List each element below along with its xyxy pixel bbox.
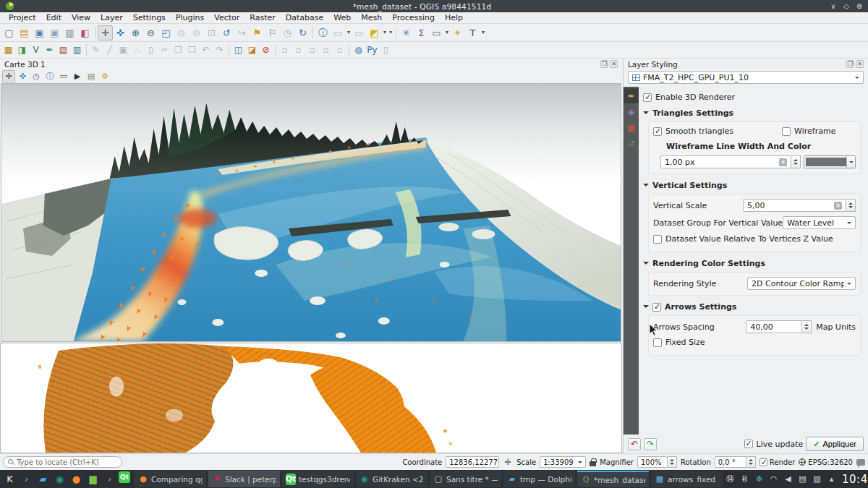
map-tips-icon[interactable]: ✦	[450, 25, 465, 40]
vertex-tool-icon[interactable]: ∴	[130, 43, 144, 57]
options-3d-icon[interactable]: ⚙	[98, 70, 111, 82]
task-qgis[interactable]: Q*mesh_datase...	[577, 471, 649, 487]
wireframe-width-input[interactable]: 1,00 px	[660, 155, 791, 168]
menu-plugins[interactable]: Plugins	[171, 12, 209, 24]
clock[interactable]: 10:45	[842, 473, 868, 486]
layer-labeling-icon[interactable]: ◫	[231, 43, 245, 57]
3d-map-canvas[interactable]	[1, 83, 621, 342]
save-edits-icon[interactable]: ▣	[116, 43, 130, 57]
scale-select[interactable]: 1:33909	[540, 456, 586, 468]
system-monitor-icon[interactable]: ▆	[85, 471, 101, 487]
menu-mesh[interactable]: Mesh	[356, 12, 387, 24]
style-undo-icon[interactable]: ↶	[628, 438, 641, 450]
coordinate-input[interactable]: 12836,12277	[446, 456, 499, 468]
clear-icon[interactable]	[779, 158, 787, 166]
redo-edit-icon[interactable]: ↷	[213, 43, 226, 57]
menu-vector[interactable]: Vector	[209, 12, 244, 24]
symbology-tab-icon[interactable]: ✒	[624, 88, 639, 103]
history-tab-icon[interactable]: ↺	[624, 136, 639, 151]
wireframe-color-button[interactable]	[804, 155, 856, 168]
save-project-icon[interactable]: ▣	[32, 25, 47, 40]
move-label-icon[interactable]: ▫	[305, 43, 319, 57]
show-bookmarks-icon[interactable]: ⚐	[265, 25, 280, 40]
messages-icon[interactable]	[856, 459, 865, 466]
wireframe-width-spinner[interactable]	[791, 155, 801, 168]
measure-line-icon[interactable]: ▭	[429, 25, 444, 40]
vertical-scale-spinner[interactable]	[846, 199, 856, 212]
measure-caret-icon[interactable]: ▾	[444, 25, 450, 40]
new-spatial-bookmark-icon[interactable]: ⚑	[250, 25, 265, 40]
menu-database[interactable]: Database	[281, 12, 329, 24]
delete-selected-icon[interactable]: ▯	[144, 43, 158, 57]
tray-bluetooth-icon[interactable]: Ƀ	[739, 473, 751, 486]
lock-scale-icon[interactable]	[590, 461, 596, 466]
pan-map-icon[interactable]: ✛	[98, 25, 113, 40]
add-vector-layer-icon[interactable]: ◨	[15, 43, 29, 57]
select-features-icon[interactable]: ▭	[331, 25, 346, 40]
launcher-chevron-1-icon[interactable]: ›	[19, 471, 34, 487]
zoom-last-icon[interactable]: ↺	[219, 25, 234, 40]
minimize-icon[interactable]: ∨	[827, 1, 839, 12]
metasearch-icon[interactable]: ◍	[352, 43, 365, 57]
new-print-layout-icon[interactable]: ▥	[62, 25, 77, 40]
style-manager-icon[interactable]: ◧	[77, 25, 93, 40]
tray-vault-icon[interactable]: ▧	[811, 473, 823, 486]
task-kate[interactable]: ▢Sans titre * — ...	[430, 471, 501, 487]
clear-icon[interactable]	[834, 202, 842, 210]
task-media[interactable]: ▦arrows_fixed_s...	[651, 471, 723, 487]
close-styling-panel-icon[interactable]: ✕	[856, 60, 864, 68]
zoom-to-layer-icon[interactable]: ⊙	[189, 25, 204, 40]
locate-bar[interactable]	[3, 456, 122, 468]
zoom-next-icon[interactable]: ↪	[234, 25, 250, 40]
task-qtcreator[interactable]: Qttestqgs3drend...	[282, 471, 354, 487]
wireframe-checkbox[interactable]	[782, 127, 791, 136]
new-virtual-layer-icon[interactable]: ▥	[70, 43, 84, 57]
select-all-caret-icon[interactable]: ▾	[388, 25, 393, 40]
rotation-spinner[interactable]	[746, 456, 756, 468]
python-console-icon[interactable]: Py	[365, 43, 379, 57]
highlight-labels-icon[interactable]: ▫	[292, 43, 305, 57]
crs-status[interactable]: EPSG:32620	[799, 458, 853, 466]
help-contents-icon[interactable]: ▯	[379, 43, 393, 57]
datasource-manager-icon[interactable]: ▦	[1, 43, 15, 57]
layer-select[interactable]: FMA_T2_HPC_GPU_PU1_10	[628, 71, 864, 84]
add-feature-icon[interactable]: ╱	[103, 43, 116, 57]
launcher-chevron-2-icon[interactable]: ›	[102, 471, 117, 487]
text-annotation-icon[interactable]: T	[465, 25, 480, 40]
zoom-to-selection-icon[interactable]: ⊙	[174, 25, 189, 40]
undo-edit-icon[interactable]: ↶	[199, 43, 213, 57]
kde-menu-icon[interactable]: K	[2, 471, 17, 487]
3d-view-tab-icon[interactable]: ◈	[624, 104, 639, 119]
menu-web[interactable]: Web	[328, 12, 356, 24]
open-project-icon[interactable]: ▤	[17, 25, 32, 40]
firefox-launcher-icon[interactable]: ●	[69, 471, 84, 487]
tray-app-indicator-icon[interactable]: ❉	[753, 473, 765, 486]
close-dock-icon[interactable]: ✕	[610, 60, 618, 68]
play-animation-3d-icon[interactable]: ▶	[71, 70, 84, 82]
triangles-section-header[interactable]: Triangles Settings	[643, 108, 862, 118]
diagrams-tab-icon[interactable]: ▦	[624, 120, 639, 135]
apply-button[interactable]: ✓ Appliquer	[806, 437, 864, 451]
menu-help[interactable]: Help	[440, 12, 468, 24]
camera-control-3d-icon[interactable]: ✜	[16, 70, 29, 82]
select-caret-icon[interactable]: ▾	[346, 25, 352, 40]
new-shapefile-layer-icon[interactable]: V	[29, 43, 43, 57]
annotation-caret-icon[interactable]: ▾	[480, 25, 486, 40]
dataset-group-select[interactable]: Water Level	[783, 216, 856, 229]
render-checkbox[interactable]	[760, 458, 767, 466]
relative-z-checkbox[interactable]	[653, 235, 662, 244]
deselect-all-icon[interactable]: ◩	[367, 25, 382, 40]
zoom-full-icon[interactable]: ◰	[158, 25, 174, 40]
processing-toolbox-icon[interactable]: ✳	[399, 25, 414, 40]
menu-settings[interactable]: Settings	[128, 12, 171, 24]
rotate-label-icon[interactable]: ▫	[319, 43, 333, 57]
magnifier-input[interactable]: 100%	[637, 456, 668, 468]
zoom-in-icon[interactable]: ⊕	[128, 25, 143, 40]
fixed-size-checkbox[interactable]	[653, 338, 662, 347]
menu-processing[interactable]: Processing	[387, 12, 440, 24]
pan-to-selection-icon[interactable]: ✜	[113, 25, 128, 40]
color-dropdown[interactable]	[846, 156, 855, 168]
float-styling-panel-icon[interactable]: ❐	[846, 60, 854, 68]
toggle-editing-icon[interactable]: ✎	[89, 43, 103, 57]
arrows-spacing-input[interactable]: 40,00	[746, 320, 802, 333]
